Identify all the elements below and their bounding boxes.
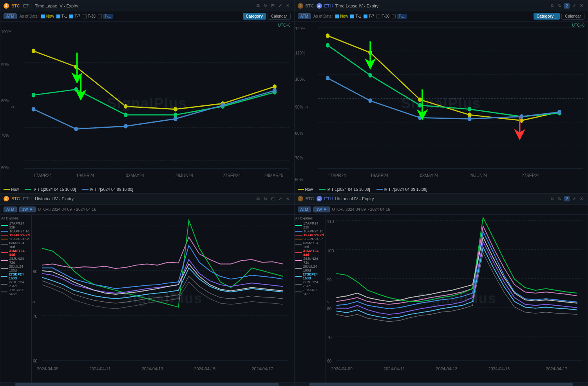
label-t7-tl: T-7 (74, 14, 80, 18)
label-t7-tr: T-7 (369, 14, 374, 18)
cb-now-tr[interactable] (335, 14, 339, 18)
toolbar-bl: ATM 1W ▼ UTC+8 2024-04-09 ~ 2024-04-16 (0, 205, 294, 215)
expiry-26jul-bl[interactable]: 26JUL24 100d (1, 265, 31, 272)
layout-icon-tr[interactable]: 2 (564, 3, 570, 9)
expiry-27sep-br[interactable]: 27SEP24 163d (295, 272, 325, 280)
cb-tx-tl[interactable] (98, 14, 102, 18)
expiry-03may-bl[interactable]: 03MAY24 16d (1, 241, 31, 249)
refresh-icon-bl[interactable]: ↻ (262, 196, 268, 202)
svg-text:70: 70 (327, 335, 331, 339)
as-of-date-tl: As of Date: (19, 14, 38, 18)
ge-symbol-tl: ≥ (10, 106, 14, 108)
expiry-26apr-bl[interactable]: 26APR24 9d (1, 237, 31, 241)
expiry-03may-br[interactable]: 03MAY24 16d (295, 241, 325, 249)
expiry-27sep-bl[interactable]: 27SEP24 163d (1, 272, 31, 280)
expiry-sidebar-bl: All Expiries 17APR24 22h 18APR24 1d 19AP… (0, 215, 32, 383)
expiry-31may-bl[interactable]: 31MAY24 44d (1, 249, 31, 257)
expiry-27dec-bl[interactable]: 27DEC24 254d (1, 280, 31, 288)
close-icon-br[interactable]: ✕ (579, 196, 584, 202)
scrollbar-bl[interactable] (0, 382, 294, 386)
period-button-bl[interactable]: 1W ▼ (19, 207, 36, 212)
atm-button-tr[interactable]: ATM (298, 13, 311, 19)
checkbox-t1-tr: T-1 (350, 14, 361, 18)
atm-button-br[interactable]: ATM (298, 207, 311, 212)
cb-t7-tr[interactable] (364, 14, 367, 18)
expiry-17apr-br[interactable]: 17APR24 22h (295, 221, 325, 229)
expand-icon-tl[interactable]: ⤢ (277, 3, 283, 9)
period-button-br[interactable]: 1W ▼ (313, 207, 330, 212)
expiry-18apr-bl[interactable]: 18APR24 1d (1, 229, 31, 233)
header-icons-tr: ⧉ ↻ 2 ⤢ ✕ (550, 3, 584, 9)
cb-t30-tl[interactable] (83, 14, 87, 18)
refresh-icon-tl[interactable]: ↻ (262, 3, 268, 9)
btc-icon-br: ₿ (298, 196, 303, 201)
ge-symbol-br: ≥ (326, 301, 330, 303)
cb-t7-tl[interactable] (69, 14, 73, 18)
cb-t1-tl[interactable] (56, 14, 60, 18)
toolbar-tr: ATM As of Date: Now T-1 T-7 T-30 T-... (295, 11, 588, 22)
refresh-icon-br[interactable]: ↻ (557, 196, 563, 202)
chart-area-tr: SignalPlus UTC+8 120% 110% 100% 90% 80% … (295, 22, 588, 186)
category-button-tl[interactable]: Category (243, 13, 266, 20)
checkbox-t30-tl: T-30 (83, 14, 96, 18)
calendar-button-tr[interactable]: Calendar (561, 13, 584, 20)
scrollbar-thumb-br[interactable] (309, 383, 573, 386)
svg-text:2024-04-15: 2024-04-15 (488, 366, 510, 371)
expand-icon-tr[interactable]: ⤢ (571, 3, 577, 9)
close-icon-bl[interactable]: ✕ (285, 196, 291, 202)
expiry-26apr-br[interactable]: 26APR24 9d (295, 237, 325, 241)
svg-point-58 (326, 76, 329, 81)
chart-inner-br: SignalPlus ≥ 110 100 90 80 70 60 (326, 215, 588, 383)
expand-icon-br[interactable]: ⤢ (571, 196, 577, 202)
expiry-26jul-br[interactable]: 26JUL24 100d (295, 265, 325, 272)
atm-button-bl[interactable]: ATM (4, 207, 17, 212)
utc-label-tr: UTC+8 (572, 23, 584, 27)
expiry-27dec-br[interactable]: 27DEC24 254d (295, 280, 325, 288)
external-link-icon-tr[interactable]: ⧉ (550, 3, 555, 9)
expiry-28mar-bl[interactable]: 28MAR25 345d (1, 288, 31, 296)
checkbox-t7-tr: T-7 (364, 14, 374, 18)
chart-legend-tl: Now IV T-1[2024-04-15 16:00] IV T-7[2024… (0, 186, 294, 193)
expiry-18apr-br[interactable]: 18APR24 1d (295, 229, 325, 233)
svg-point-21 (174, 112, 177, 117)
cb-tx-tr[interactable] (392, 14, 396, 18)
close-icon-tr[interactable]: ✕ (579, 3, 584, 9)
svg-text:03MAY24: 03MAY24 (126, 172, 144, 178)
legend-t7-tr: IV T-7[2024-04-09 16:00] (376, 187, 427, 192)
scrollbar-thumb-bl[interactable] (15, 383, 279, 386)
expiry-19apr-br[interactable]: 19APR24 2d (295, 233, 325, 237)
panel-title-tr: Time Lapse IV - Expiry (335, 4, 547, 8)
cb-t1-tr[interactable] (350, 14, 354, 18)
chart-inner-bl: SignalPlus ≥ 80 70 60 2024-04-09 2024-04… (32, 215, 294, 383)
btc-label-tl: BTC (11, 4, 20, 8)
svg-text:28MAR25: 28MAR25 (264, 172, 284, 178)
external-link-icon-br[interactable]: ⧉ (550, 196, 555, 202)
expiry-28jun-br[interactable]: 28JUN24 72d (295, 257, 325, 265)
legend-t1-line-tl (25, 189, 31, 190)
external-link-icon-tl[interactable]: ⧉ (255, 3, 261, 9)
svg-point-28 (221, 103, 225, 108)
external-link-icon-bl[interactable]: ⧉ (255, 196, 261, 202)
expiry-28jun-bl[interactable]: 28JUN24 72d (1, 257, 31, 265)
expiry-17apr-bl[interactable]: 17APR24 22h (1, 221, 31, 229)
refresh-icon-tr[interactable]: ↻ (557, 3, 563, 9)
expand-icon-bl[interactable]: ⤢ (277, 196, 283, 202)
calendar-button-tl[interactable]: Calendar (268, 13, 291, 20)
y-label-80-tr: 80% (295, 131, 303, 136)
cb-t30-tr[interactable] (376, 14, 380, 18)
panel-bottom-right: ₿ BTC Ξ ETH Historical IV - Expiry ⧉ ↻ 2… (294, 193, 588, 386)
expiry-31may-br[interactable]: 31MAY24 44d (295, 249, 325, 257)
atm-button-tl[interactable]: ATM (4, 13, 17, 19)
close-icon-tl[interactable]: ✕ (285, 3, 291, 9)
cb-now-tl[interactable] (41, 14, 45, 18)
layout-icon-br[interactable]: 2 (564, 196, 570, 201)
category-button-tr[interactable]: Category _ (534, 13, 560, 20)
panel-title-tl: Time Lapse IV - Expiry (35, 4, 253, 8)
expiry-28mar-br[interactable]: 28MAR25 345d (295, 288, 325, 296)
scrollbar-br[interactable] (295, 382, 588, 386)
y-label-70-tr: 70% (295, 156, 303, 160)
layout-icon-tl[interactable]: ⊞ (270, 3, 276, 9)
expiry-19apr-bl[interactable]: 19APR24 2d (1, 233, 31, 237)
panel-top-left: ₿ BTC ETH Time Lapse IV - Expiry ⧉ ↻ ⊞ ⤢… (0, 0, 294, 193)
layout-icon-bl[interactable]: ⊞ (270, 196, 276, 202)
